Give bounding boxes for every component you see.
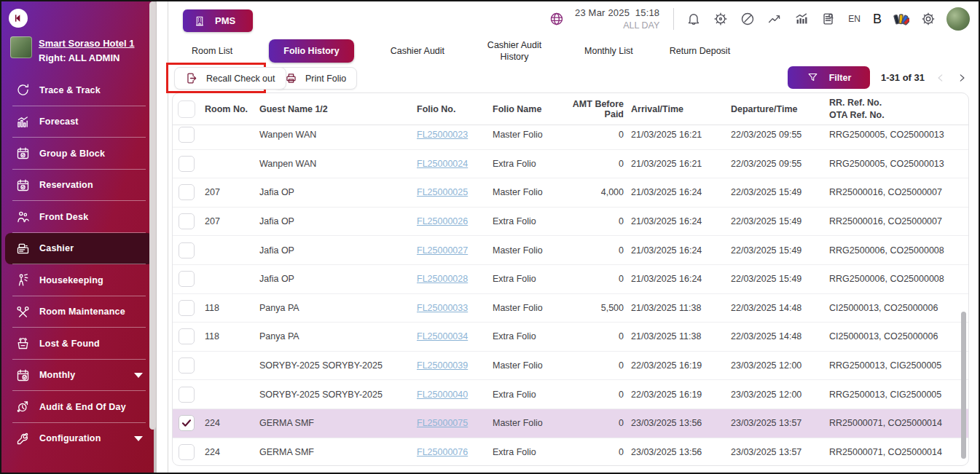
sidebar-item-forecast[interactable]: Forecast: [5, 106, 153, 138]
gauge-icon[interactable]: [739, 10, 756, 28]
sidebar-scrollbar-thumb[interactable]: [149, 1, 156, 430]
settings-gear-icon[interactable]: [920, 10, 937, 28]
folio-number-link[interactable]: FL25000034: [417, 331, 468, 341]
cell-departure-time: 23/03/2025 12:00: [731, 360, 829, 371]
table-row[interactable]: 118Panya PAFL25000034Extra Folio021/03/2…: [173, 323, 968, 352]
row-checkbox[interactable]: [179, 127, 195, 143]
cell-arrival-time: 22/03/2025 16:19: [631, 360, 731, 371]
row-checkbox[interactable]: [179, 300, 195, 316]
table-row[interactable]: 224GERMA SMFFL25000076Extra Folio023/03/…: [173, 438, 968, 465]
sidebar: Smart Soraso Hotel 1 Right: ALL ADMIN Tr…: [1, 1, 157, 473]
row-checkbox[interactable]: [179, 184, 195, 200]
report-icon[interactable]: [820, 10, 837, 28]
sidebar-divider: [12, 232, 146, 233]
table-scrollbar-thumb[interactable]: [961, 312, 966, 459]
cell-ref-no: RR25000016, CO25000007: [829, 216, 968, 226]
cell-folio-name: Extra Folio: [493, 447, 571, 457]
folio-number-link[interactable]: FL25000023: [417, 130, 468, 140]
column-room-no: Room No.: [205, 104, 259, 114]
pagination-prev-button[interactable]: [936, 73, 946, 83]
folio-number-link[interactable]: FL25000026: [417, 216, 468, 226]
column-ota-ref-no: OTA Ref. No.: [829, 109, 964, 122]
sidebar-item-label: Forecast: [39, 116, 79, 127]
sidebar-item-front-desk[interactable]: Front Desk: [5, 201, 153, 233]
tab-return-deposit[interactable]: Return Deposit: [670, 46, 730, 56]
table-row[interactable]: 207Jafia OPFL25000026Extra Folio021/03/2…: [173, 208, 968, 237]
filter-label: Filter: [829, 73, 852, 83]
sidebar-item-reservation[interactable]: Reservation: [5, 170, 153, 202]
user-avatar[interactable]: [946, 7, 970, 31]
line-chart-icon[interactable]: [766, 10, 783, 28]
sidebar-item-cashier[interactable]: Cashier: [5, 233, 153, 265]
table-row[interactable]: Jafia OPFL25000028Extra Folio021/03/2025…: [173, 265, 968, 294]
datetime-label: 23 Mar 2025 15:18: [575, 7, 659, 20]
sidebar-divider: [12, 137, 146, 138]
sidebar-item-label: Cashier: [39, 243, 74, 253]
select-all-checkbox[interactable]: [178, 100, 195, 118]
pms-button[interactable]: PMS: [183, 9, 253, 32]
lost-found-icon: [15, 336, 31, 351]
table-row[interactable]: Wanpen WANFL25000023Master Folio021/03/2…: [173, 125, 968, 150]
row-checkbox[interactable]: [179, 358, 195, 374]
sidebar-item-audit-end-of-day[interactable]: Audit & End Of Day: [5, 391, 153, 423]
row-checkbox[interactable]: [179, 387, 195, 403]
folio-number-link[interactable]: FL25000033: [417, 303, 468, 313]
cell-amt-before-paid: 0: [571, 274, 631, 284]
sidebar-item-configuration[interactable]: Configuration: [5, 423, 153, 455]
cell-folio-name: Extra Folio: [493, 274, 571, 284]
table-row[interactable]: Jafia OPFL25000027Master Folio021/03/202…: [173, 236, 968, 265]
bold-toggle[interactable]: B: [871, 12, 883, 27]
table-row[interactable]: 207Jafia OPFL25000025Master Folio4,00021…: [173, 178, 968, 208]
cell-folio-name: Master Folio: [493, 360, 571, 371]
table-row[interactable]: SORYBY-2025 SORYBY-2025FL25000039Master …: [173, 352, 968, 381]
tab-cashier-audit-history[interactable]: Cashier Audit History: [481, 39, 548, 63]
print-folio-label: Print Folio: [305, 74, 346, 84]
row-checkbox[interactable]: [179, 328, 195, 344]
folio-number-link[interactable]: FL25000024: [417, 159, 468, 169]
cell-amt-before-paid: 0: [571, 245, 631, 256]
table-row[interactable]: SORYBY-2025 SORYBY-2025FL25000040Extra F…: [173, 380, 968, 409]
recall-checkout-button[interactable]: Recall Check out: [174, 67, 286, 90]
column-folio-name: Folio Name: [493, 104, 571, 114]
sidebar-item-trace-track[interactable]: Trace & Track: [5, 74, 153, 106]
row-checkbox[interactable]: [179, 156, 195, 172]
theme-palette-icon[interactable]: [893, 10, 910, 28]
row-checkbox[interactable]: [179, 213, 195, 229]
wheel-icon[interactable]: [712, 10, 729, 28]
row-checkbox[interactable]: [179, 415, 195, 431]
pagination-next-button[interactable]: [957, 73, 967, 83]
table-row[interactable]: Wanpen WANFL25000024Extra Folio021/03/20…: [173, 150, 968, 179]
globe-icon[interactable]: [548, 10, 565, 28]
tab-monthly-list[interactable]: Monthly List: [584, 46, 633, 56]
row-checkbox[interactable]: [179, 444, 195, 460]
notifications-bell-icon[interactable]: [685, 10, 702, 28]
language-selector[interactable]: EN: [847, 14, 862, 24]
hotel-name[interactable]: Smart Soraso Hotel 1: [39, 36, 135, 51]
sidebar-collapse-button[interactable]: [9, 9, 28, 28]
bar-chart-icon[interactable]: [793, 10, 810, 28]
table-row[interactable]: 224GERMA SMFFL25000075Master Folio023/03…: [173, 409, 968, 438]
folio-number-link[interactable]: FL25000028: [417, 274, 468, 284]
folio-number-link[interactable]: FL25000075: [417, 418, 468, 428]
tab-cashier-audit[interactable]: Cashier Audit: [391, 46, 444, 56]
table-row[interactable]: 118Panya PAFL25000033Master Folio5,50021…: [173, 294, 968, 323]
sidebar-item-lost-found[interactable]: Lost & Found: [5, 328, 153, 360]
folio-history-table: Room No. Guest Name 1/2 Folio No. Folio …: [172, 92, 969, 466]
sidebar-item-group-block[interactable]: Group & Block: [5, 138, 153, 170]
housekeeping-icon: [15, 272, 31, 288]
folio-number-link[interactable]: FL25000076: [417, 447, 468, 457]
folio-number-link[interactable]: FL25000027: [417, 245, 468, 256]
folio-number-link[interactable]: FL25000040: [417, 390, 468, 400]
tab-folio-history[interactable]: Folio History: [269, 39, 353, 63]
filter-button[interactable]: Filter: [788, 66, 870, 89]
folio-number-link[interactable]: FL25000039: [417, 360, 468, 371]
row-checkbox[interactable]: [179, 242, 195, 258]
sidebar-item-housekeeping[interactable]: Housekeeping: [5, 264, 153, 296]
row-checkbox[interactable]: [179, 271, 195, 287]
sidebar-item-monthly[interactable]: Monthly: [5, 360, 153, 392]
printer-icon: [284, 71, 298, 85]
folio-number-link[interactable]: FL25000025: [417, 187, 468, 197]
cell-departure-time: 22/03/2025 09:55: [731, 130, 829, 140]
tab-room-list[interactable]: Room List: [192, 46, 232, 56]
sidebar-item-room-maintenance[interactable]: Room Maintenance: [5, 296, 153, 328]
